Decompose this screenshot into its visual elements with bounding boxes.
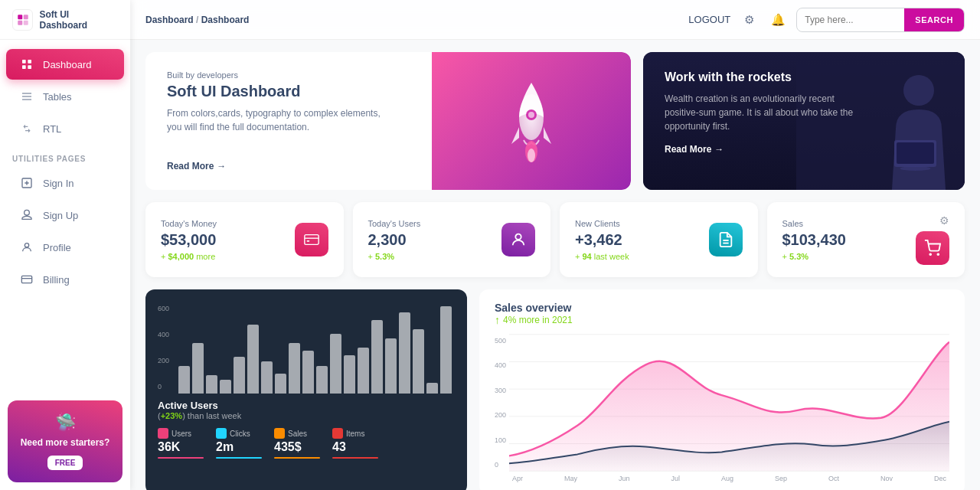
stat-clients-label: New Clients bbox=[575, 219, 629, 228]
sidebar-item-billing[interactable]: Billing bbox=[6, 264, 124, 295]
metric-clicks-icon bbox=[216, 428, 227, 439]
metric-items-label: Items bbox=[346, 430, 364, 438]
hero-dark-title: Work with the rockets bbox=[665, 70, 943, 84]
month-apr: Apr bbox=[512, 475, 523, 482]
breadcrumb-root: Dashboard bbox=[145, 15, 194, 25]
settings-icon[interactable]: ⚙ bbox=[738, 9, 760, 31]
breadcrumb: Dashboard / Dashboard bbox=[145, 15, 681, 25]
stat-users-icon bbox=[501, 223, 535, 256]
sidebar-item-tables[interactable]: Tables bbox=[6, 81, 124, 112]
metric-sales-value: 435$ bbox=[274, 440, 320, 454]
svg-rect-21 bbox=[304, 235, 318, 245]
stat-sales-settings-icon[interactable]: ⚙ bbox=[939, 214, 949, 227]
brand: Soft UI Dashboard bbox=[0, 0, 130, 40]
bar-6 bbox=[247, 325, 259, 394]
metric-clicks: Clicks 2m bbox=[216, 428, 262, 459]
content-area: Built by developers Soft UI Dashboard Fr… bbox=[130, 40, 980, 490]
bar-14 bbox=[358, 348, 369, 394]
sales-title: Sales overview bbox=[495, 302, 949, 314]
svg-rect-2 bbox=[18, 20, 22, 24]
metric-clicks-value: 2m bbox=[216, 440, 262, 454]
active-users-title: Active Users bbox=[158, 400, 455, 411]
svg-rect-4 bbox=[22, 60, 26, 64]
metric-items-bar bbox=[332, 457, 378, 459]
rtl-icon bbox=[18, 120, 35, 137]
metric-items: Items 43 bbox=[332, 428, 378, 459]
svg-point-26 bbox=[929, 253, 931, 255]
svg-rect-6 bbox=[22, 65, 26, 69]
stat-users-value: 2,300 bbox=[368, 231, 421, 249]
sidebar-item-signup[interactable]: Sign Up bbox=[6, 200, 124, 230]
month-aug: Aug bbox=[721, 475, 733, 482]
svg-point-13 bbox=[528, 112, 534, 118]
bar-12 bbox=[330, 334, 341, 394]
bar-20 bbox=[440, 306, 452, 394]
sidebar-signup-label: Sign Up bbox=[43, 210, 78, 221]
metric-sales-label: Sales bbox=[288, 430, 307, 438]
sales-chart-card: Sales overview ↑ 4% more in 2021 500 400… bbox=[479, 289, 965, 490]
stat-clients-icon bbox=[709, 223, 743, 256]
bar-8 bbox=[275, 374, 286, 394]
hero-dark-read-more[interactable]: Read More → bbox=[665, 144, 943, 155]
svg-point-20 bbox=[900, 166, 931, 171]
promo-title: Need more starters? bbox=[17, 437, 113, 448]
billing-icon bbox=[18, 271, 35, 288]
hero-row: Built by developers Soft UI Dashboard Fr… bbox=[145, 52, 965, 190]
sales-y-500: 500 bbox=[495, 337, 506, 345]
sidebar-item-dashboard[interactable]: Dashboard bbox=[6, 49, 124, 80]
stat-money-icon bbox=[295, 223, 328, 256]
stat-card-clients: New Clients +3,462 + 94 last week bbox=[560, 202, 758, 277]
stat-sales-info: Sales $103,430 + 5.3% bbox=[782, 219, 846, 261]
sidebar-rtl-label: RTL bbox=[43, 123, 61, 135]
logout-button[interactable]: LOGOUT bbox=[688, 14, 730, 25]
metric-clicks-bar bbox=[216, 457, 262, 459]
brand-name: Soft UI Dashboard bbox=[39, 9, 118, 31]
bar-10 bbox=[302, 351, 314, 394]
metric-items-value: 43 bbox=[332, 440, 378, 454]
metric-users-icon bbox=[158, 428, 168, 439]
stat-card-money: Today's Money $53,000 + $4,000 more bbox=[145, 202, 344, 277]
month-nov: Nov bbox=[880, 475, 893, 482]
sales-chart-container: 500 400 300 200 100 0 bbox=[495, 334, 949, 482]
svg-rect-22 bbox=[306, 240, 309, 242]
sales-y-0: 0 bbox=[495, 461, 506, 469]
stat-card-users: Today's Users 2,300 + 5.3% bbox=[353, 202, 551, 277]
sidebar-item-profile[interactable]: Profile bbox=[6, 232, 124, 263]
arrow-up-icon: ↑ bbox=[495, 314, 500, 326]
promo-button[interactable]: FREE bbox=[47, 456, 83, 470]
sidebar-dashboard-label: Dashboard bbox=[43, 59, 92, 70]
signin-icon bbox=[18, 175, 35, 191]
topbar-actions: LOGOUT ⚙ 🔔 SEARCH bbox=[688, 8, 965, 32]
sales-chart-area: Apr May Jun Jul Aug Sep Oct Nov Dec bbox=[509, 334, 949, 482]
bar-17 bbox=[399, 312, 410, 394]
sales-subtitle: ↑ 4% more in 2021 bbox=[495, 314, 949, 326]
bar-4 bbox=[220, 380, 231, 394]
search-button[interactable]: SEARCH bbox=[904, 8, 964, 32]
notifications-icon[interactable]: 🔔 bbox=[767, 9, 789, 31]
y-label-200: 200 bbox=[158, 357, 169, 364]
bar-7 bbox=[261, 361, 273, 394]
y-label-600: 600 bbox=[158, 305, 169, 312]
bar-chart-card: 600 400 200 0 bbox=[145, 289, 467, 490]
sidebar: Soft UI Dashboard Dashboard Tables RTL U… bbox=[0, 0, 130, 490]
sidebar-signin-label: Sign In bbox=[43, 178, 74, 189]
stat-clients-change: + 94 last week bbox=[575, 252, 629, 261]
hero-dark-text: Wealth creation is an evolutionarily rec… bbox=[665, 92, 864, 133]
metric-users-bar bbox=[158, 457, 204, 459]
metric-sales-icon bbox=[274, 428, 285, 439]
promo-icon: 🛸 bbox=[17, 413, 113, 433]
stat-money-value: $53,000 bbox=[161, 231, 217, 249]
dashboard-icon bbox=[18, 56, 35, 73]
svg-rect-5 bbox=[28, 60, 31, 64]
stat-users-label: Today's Users bbox=[368, 219, 421, 228]
sidebar-item-rtl[interactable]: RTL bbox=[6, 113, 124, 144]
bar-chart bbox=[175, 302, 455, 394]
sidebar-item-signin[interactable]: Sign In bbox=[6, 168, 124, 198]
month-oct: Oct bbox=[828, 475, 839, 482]
sales-y-300: 300 bbox=[495, 387, 506, 394]
month-labels: Apr May Jun Jul Aug Sep Oct Nov Dec bbox=[509, 475, 949, 482]
search-input[interactable] bbox=[797, 15, 904, 25]
active-users-subtitle: (+23%) than last week bbox=[158, 411, 455, 420]
sidebar-profile-label: Profile bbox=[43, 242, 71, 253]
bar-5 bbox=[234, 357, 245, 394]
